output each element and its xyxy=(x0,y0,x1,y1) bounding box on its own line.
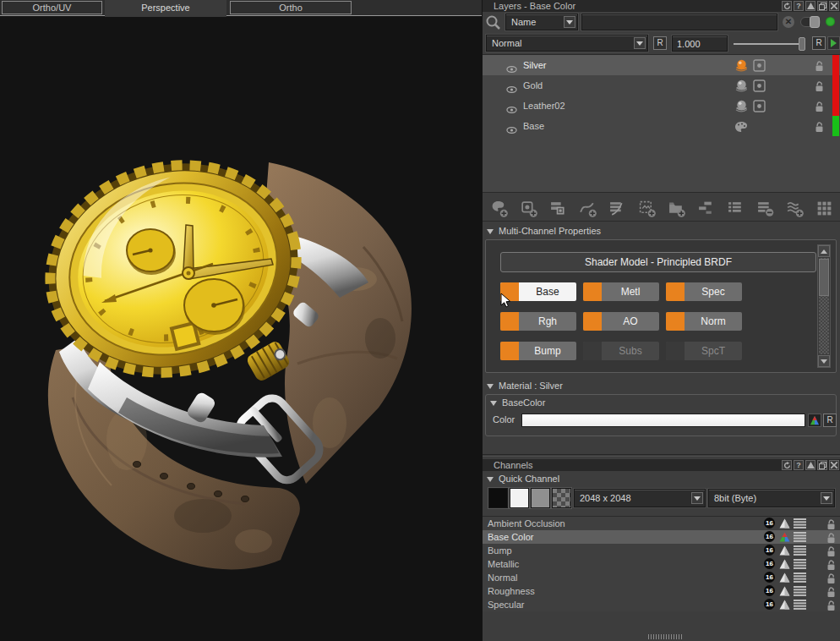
layer-row[interactable]: Gold xyxy=(483,75,840,96)
add-folder-icon[interactable] xyxy=(667,199,685,217)
layers-panel-title: Layers - Base Color xyxy=(494,1,575,11)
color-reset-button[interactable]: R xyxy=(823,414,837,427)
chevron-down-icon[interactable] xyxy=(634,37,646,49)
black-swatch[interactable] xyxy=(488,488,508,508)
opacity-input[interactable] xyxy=(672,36,728,52)
channel-row[interactable]: Roughness16 xyxy=(483,584,840,598)
channel-button-spec[interactable]: Spec xyxy=(666,282,742,301)
add-paint-layer-icon[interactable] xyxy=(489,199,508,217)
rearrange-layers-icon[interactable] xyxy=(696,199,715,217)
search-filter-toggle[interactable] xyxy=(800,17,821,27)
channel-row[interactable]: Specular16 xyxy=(483,598,840,611)
remove-from-list-icon[interactable] xyxy=(755,199,774,217)
gray-swatch[interactable] xyxy=(531,488,550,508)
channel-button-bump[interactable]: Bump xyxy=(500,342,576,360)
layers-panel-titlebar[interactable]: Layers - Base Color ? xyxy=(483,0,840,12)
channel-stack-icon[interactable] xyxy=(794,600,806,613)
blend-mode-dropdown[interactable]: Normal xyxy=(486,35,648,52)
multichannel-scrollbar[interactable] xyxy=(817,244,831,368)
channel-button-label: Subs xyxy=(619,345,641,357)
mono-triangle-icon[interactable] xyxy=(779,600,790,613)
channel-button-ao[interactable]: AO xyxy=(583,312,659,331)
layer-search-input[interactable] xyxy=(581,14,777,30)
multichannel-box: Shader Model - Principled BRDF BaseMetlS… xyxy=(485,239,837,373)
opacity-slider-handle[interactable] xyxy=(799,37,805,51)
quick-channel-header[interactable]: Quick Channel xyxy=(483,473,840,485)
tab-perspective[interactable]: Perspective xyxy=(105,0,226,17)
color-label: Color xyxy=(493,414,515,425)
channel-row[interactable]: Ambient Occlusion16 xyxy=(483,517,840,530)
curve-stack-icon[interactable] xyxy=(608,199,626,217)
chevron-down-icon[interactable] xyxy=(691,492,703,504)
layer-list: SilverGoldLeather02Base xyxy=(483,54,840,193)
grid-view-icon[interactable] xyxy=(815,199,833,217)
float-window-icon[interactable] xyxy=(817,460,827,470)
chevron-down-icon[interactable] xyxy=(564,16,575,28)
white-swatch[interactable] xyxy=(510,488,529,508)
shader-model-button[interactable]: Shader Model - Principled BRDF xyxy=(500,252,816,272)
collapse-icon[interactable] xyxy=(805,460,815,470)
close-icon[interactable] xyxy=(829,1,839,11)
refresh-icon[interactable] xyxy=(782,460,792,470)
channels-panel-titlebar[interactable]: Channels ? xyxy=(483,459,840,471)
scroll-down-icon[interactable] xyxy=(818,355,830,367)
channel-color-square xyxy=(666,282,685,301)
help-icon[interactable]: ? xyxy=(794,1,804,11)
add-layer-with-mask-icon[interactable] xyxy=(519,199,537,217)
channel-button-subs[interactable]: Subs xyxy=(583,342,659,360)
channel-button-metl[interactable]: Metl xyxy=(583,282,659,301)
collapse-icon[interactable] xyxy=(805,1,815,11)
opacity-slider[interactable] xyxy=(734,43,801,45)
material-section-header[interactable]: Material : Silver xyxy=(483,380,840,392)
close-icon[interactable] xyxy=(829,460,839,470)
rgb-picker-icon[interactable] xyxy=(808,414,821,427)
scroll-up-icon[interactable] xyxy=(818,245,830,257)
mouse-cursor xyxy=(500,293,513,313)
unlock-icon[interactable] xyxy=(826,600,837,615)
channel-button-spct[interactable]: SpcT xyxy=(666,342,742,360)
channel-name: Metallic xyxy=(488,557,519,571)
color-swatch-bar[interactable] xyxy=(521,414,805,427)
visibility-eye-icon[interactable] xyxy=(506,121,517,141)
channel-button-rgh[interactable]: Rgh xyxy=(500,312,576,331)
toolbar-drag-handle[interactable] xyxy=(648,634,682,639)
scrollbar-thumb[interactable] xyxy=(819,259,829,296)
tab-ortho-uv[interactable]: Ortho/UV xyxy=(2,1,102,14)
channel-name: Normal xyxy=(488,571,517,584)
add-curve-layer-icon[interactable] xyxy=(578,199,597,217)
channel-row[interactable]: Metallic16 xyxy=(483,557,840,571)
resolution-dropdown[interactable]: 2048 x 2048 xyxy=(574,489,706,507)
layer-row[interactable]: Base xyxy=(483,116,840,136)
search-field-dropdown[interactable]: Name xyxy=(505,14,578,30)
viewport-3d[interactable]: Ortho/UV Perspective Ortho xyxy=(0,0,482,641)
layer-row[interactable]: Silver xyxy=(483,55,840,75)
bit-depth-dropdown[interactable]: 8bit (Byte) xyxy=(708,489,835,507)
channel-row[interactable]: Bump16 xyxy=(483,544,840,557)
duplicate-layer-icon[interactable] xyxy=(548,199,567,217)
clear-search-icon[interactable]: ✕ xyxy=(783,16,794,28)
refresh-icon[interactable] xyxy=(782,1,792,11)
channel-name: Ambient Occlusion xyxy=(488,517,565,530)
channel-button-label: AO xyxy=(623,315,637,327)
watch-model xyxy=(0,0,482,641)
channel-row[interactable]: Normal16 xyxy=(483,571,840,584)
opacity-reset-button[interactable]: R xyxy=(812,36,826,50)
layer-list-icon[interactable] xyxy=(726,199,745,217)
play-icon[interactable] xyxy=(827,36,840,50)
material-sphere-icon[interactable] xyxy=(734,119,748,140)
float-window-icon[interactable] xyxy=(817,1,827,11)
blend-reset-button[interactable]: R xyxy=(653,36,667,50)
multichannel-section-header[interactable]: Multi-Channel Properties xyxy=(483,225,840,238)
layer-row[interactable]: Leather02 xyxy=(483,96,840,116)
add-waves-icon[interactable] xyxy=(785,199,804,217)
panel-divider[interactable] xyxy=(483,454,840,457)
channel-button-norm[interactable]: Norm xyxy=(666,312,742,331)
chevron-down-icon[interactable] xyxy=(821,492,832,504)
add-pattern-layer-icon[interactable] xyxy=(637,199,656,217)
tab-ortho[interactable]: Ortho xyxy=(230,1,352,14)
channel-row[interactable]: Base Color16 xyxy=(483,530,840,544)
transparent-swatch[interactable] xyxy=(552,488,571,508)
help-icon[interactable]: ? xyxy=(794,460,804,470)
basecolor-subheader[interactable]: BaseColor xyxy=(490,397,545,408)
unlock-icon[interactable] xyxy=(814,119,825,140)
